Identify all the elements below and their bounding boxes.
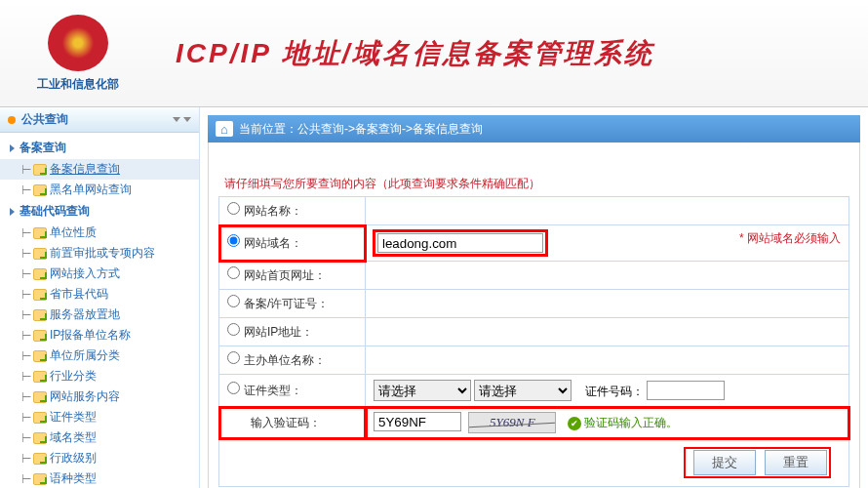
row-sponsor: 主办单位名称： <box>219 346 849 375</box>
captcha-image[interactable]: 5Y69N F <box>468 412 556 433</box>
breadcrumb-part[interactable]: 公共查询 <box>297 121 344 138</box>
radio-homepage[interactable] <box>227 266 240 279</box>
page-icon <box>33 227 47 239</box>
row-captcha: 输入验证码： 5Y69N F 验证码输入正确。 <box>219 407 849 439</box>
emblem-icon: ★ <box>48 15 108 71</box>
nav-item[interactable]: ⊢证件类型 <box>0 407 199 427</box>
nav-item[interactable]: ⊢单位所属分类 <box>0 346 199 366</box>
system-title: ICP/IP 地址/域名信息备案管理系统 <box>176 35 654 72</box>
header: ★ 工业和信息化部 ICP/IP 地址/域名信息备案管理系统 <box>0 0 868 107</box>
query-form-table: 网站名称： 网站域名： * 网站域名必须输入 网站首页网址： 备案/许可证号： … <box>218 196 849 487</box>
select-cert-type-1[interactable]: 请选择 <box>374 380 471 401</box>
nav-item[interactable]: ⊢单位性质 <box>0 223 199 243</box>
chevron-down-icon <box>183 117 191 122</box>
nav-item[interactable]: ⊢省市县代码 <box>0 284 199 305</box>
chevron-down-icon <box>173 117 180 122</box>
row-cert-type: 证件类型： 请选择 请选择 证件号码： <box>219 375 849 407</box>
page-icon <box>33 289 47 301</box>
radio-sponsor[interactable] <box>227 351 240 364</box>
row-license: 备案/许可证号： <box>219 290 849 318</box>
nav-item-record-info-query[interactable]: ⊢ 备案信息查询 <box>0 159 199 180</box>
page-icon <box>33 268 47 280</box>
captcha-label: 输入验证码： <box>251 416 321 429</box>
radio-ip[interactable] <box>227 323 240 336</box>
input-cert-number[interactable] <box>647 381 725 400</box>
page-icon <box>33 432 47 444</box>
breadcrumb: ⌂ 当前位置： 公共查询 -> 备案查询 -> 备案信息查询 <box>208 115 860 142</box>
page-icon <box>33 473 47 485</box>
reset-button[interactable]: 重置 <box>765 450 827 475</box>
nav-item[interactable]: ⊢行政级别 <box>0 448 199 468</box>
nav-item[interactable]: ⊢域名类型 <box>0 427 199 448</box>
nav-item[interactable]: ⊢前置审批或专项内容 <box>0 243 199 264</box>
tree-group-record-query[interactable]: 备案查询 <box>0 137 199 159</box>
nav-item-blacklist-query[interactable]: ⊢ 黑名单网站查询 <box>0 180 199 200</box>
row-homepage: 网站首页网址： <box>219 262 849 290</box>
row-ip: 网站IP地址： <box>219 318 849 346</box>
radio-site-name[interactable] <box>227 202 240 215</box>
page-icon <box>33 350 47 362</box>
page-icon <box>33 309 47 321</box>
input-domain[interactable] <box>377 233 543 253</box>
sidebar-section-header[interactable]: 公共查询 <box>0 107 199 133</box>
nav-item[interactable]: ⊢网站服务内容 <box>0 386 199 407</box>
home-icon[interactable]: ⌂ <box>216 121 233 137</box>
breadcrumb-part: 备案信息查询 <box>413 121 483 138</box>
select-cert-type-2[interactable]: 请选择 <box>474 380 572 401</box>
page-icon <box>33 164 47 176</box>
row-site-name: 网站名称： <box>219 197 849 225</box>
captcha-valid-msg: 验证码输入正确。 <box>568 416 678 429</box>
nav-item[interactable]: ⊢网站接入方式 <box>0 264 199 284</box>
required-note: * 网站域名必须输入 <box>739 230 841 247</box>
breadcrumb-sep: -> <box>402 122 413 136</box>
page-icon <box>33 412 47 424</box>
arrow-icon <box>10 208 15 216</box>
nav-item[interactable]: ⊢服务器放置地 <box>0 305 199 325</box>
radio-cert-type[interactable] <box>227 382 240 394</box>
input-captcha[interactable] <box>374 412 461 431</box>
cert-number-label: 证件号码： <box>585 385 644 398</box>
breadcrumb-sep: -> <box>344 122 355 136</box>
page-icon <box>33 248 47 260</box>
arrow-icon <box>10 144 15 152</box>
page-icon <box>33 184 47 196</box>
main-content: ⌂ 当前位置： 公共查询 -> 备案查询 -> 备案信息查询 请仔细填写您所要查… <box>200 107 868 488</box>
submit-button[interactable]: 提交 <box>693 450 756 475</box>
radio-license[interactable] <box>227 295 240 307</box>
bullet-icon <box>8 116 16 124</box>
nav-tree: 备案查询 ⊢ 备案信息查询 ⊢ 黑名单网站查询 基础代码查询 ⊢单位性质 ⊢前置… <box>0 133 199 488</box>
page-icon <box>33 371 47 383</box>
nav-item[interactable]: ⊢IP报备单位名称 <box>0 325 199 346</box>
page-icon <box>33 391 47 403</box>
sidebar-title: 公共查询 <box>21 111 170 128</box>
radio-domain[interactable] <box>227 234 240 247</box>
breadcrumb-part[interactable]: 备案查询 <box>355 121 402 138</box>
row-domain: 网站域名： * 网站域名必须输入 <box>219 225 849 262</box>
form-instruction: 请仔细填写您所要查询的内容（此项查询要求条件精确匹配） <box>218 172 849 196</box>
nav-item[interactable]: ⊢行业分类 <box>0 366 199 386</box>
sidebar: 公共查询 备案查询 ⊢ 备案信息查询 ⊢ 黑名单网站查询 基础代码查询 <box>0 107 200 488</box>
page-icon <box>33 330 47 342</box>
page-icon <box>33 453 47 465</box>
national-emblem: ★ 工业和信息化部 <box>39 15 117 93</box>
breadcrumb-prefix: 当前位置： <box>239 121 297 138</box>
tree-group-basic-code-query[interactable]: 基础代码查询 <box>0 200 199 223</box>
row-buttons: 提交 重置 <box>219 439 849 487</box>
ministry-name: 工业和信息化部 <box>37 76 119 93</box>
nav-item[interactable]: ⊢语种类型 <box>0 468 199 488</box>
